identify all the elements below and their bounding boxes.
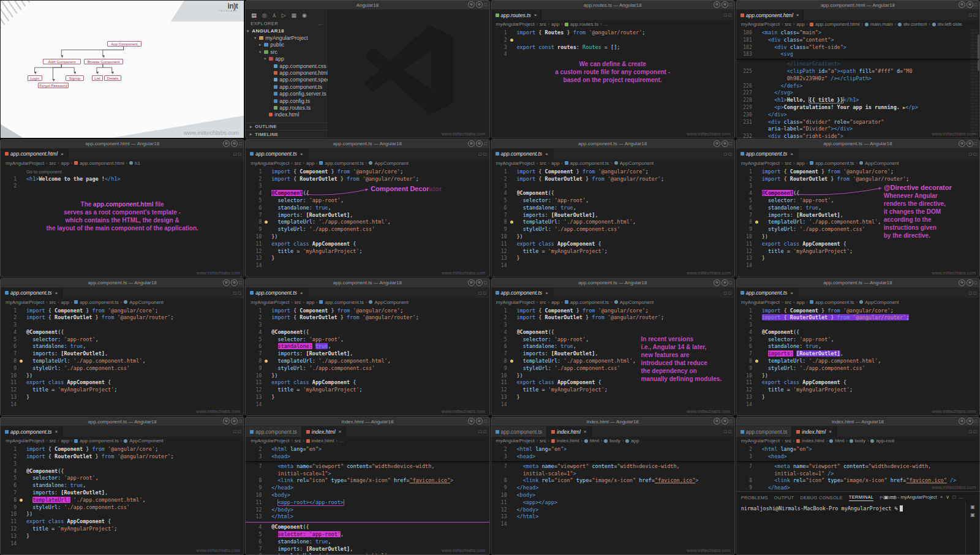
breadcrumb-item[interactable]: src [295,438,301,444]
close-icon[interactable]: × [339,429,342,434]
breadcrumb-item[interactable]: h1 [135,160,140,166]
breadcrumb-item[interactable]: app.component.ts [325,160,364,166]
breadcrumb-item[interactable]: app [796,160,804,166]
breadcrumb-item[interactable]: app [61,438,69,444]
split-editor-icon[interactable]: □ [233,151,236,157]
tree-item[interactable]: index.html [246,111,328,118]
terminal-tab-terminal[interactable]: TERMINAL [849,494,873,501]
tree-root[interactable]: ▾ANGULAR18 [246,28,328,34]
breadcrumb-item[interactable]: src [295,160,301,166]
split-editor-icon[interactable]: □ [728,151,731,157]
breadcrumb-item[interactable]: myAngularProject [496,21,535,27]
breadcrumb-item[interactable]: myAngularProject [6,300,44,305]
code-editor[interactable]: 2<html lang="en">3 <head>7 <meta name="v… [736,445,979,491]
tab-app-component-ts[interactable]: app.component.ts× [246,149,307,159]
code-editor[interactable]: 1import { Component } from '@angular/cor… [491,167,734,277]
split-editor-icon[interactable]: □ [238,290,241,296]
run-debug-icon[interactable]: ▷ [282,12,286,18]
breadcrumb-item[interactable]: src [785,160,791,166]
section-timeline[interactable]: ▸TIMELINE [246,130,328,138]
close-icon[interactable]: × [300,290,303,296]
split-editor-icon[interactable]: □ [478,151,481,157]
split-editor-icon[interactable]: □ [973,151,976,157]
split-editor-icon[interactable]: □ [728,429,731,434]
breadcrumb-item[interactable]: app.component.ts [815,300,854,305]
breadcrumb-item[interactable]: myAngularProject [496,300,535,305]
terminal-tab-debug-console[interactable]: DEBUG CONSOLE [800,495,842,501]
breadcrumb-item[interactable]: body [609,438,620,444]
close-icon[interactable]: × [790,151,793,157]
split-editor-icon[interactable]: □ [969,12,972,18]
breadcrumb-item[interactable]: AppComponent [865,300,899,305]
tab-index-html[interactable]: index.html× [302,426,346,437]
breadcrumb-item[interactable]: app.component.ts [80,300,119,305]
tab-index-html[interactable]: index.html× [792,426,836,437]
split-editor-icon[interactable]: □ [238,151,241,157]
close-icon[interactable]: × [545,151,548,157]
tree-item[interactable]: app.component.spec.ts [246,77,328,83]
split-editor-icon[interactable]: □ [973,12,976,18]
split-editor-icon[interactable]: □ [478,429,481,434]
breadcrumb-item[interactable]: myAngularProject [741,21,780,27]
file-tree[interactable]: ▾ANGULAR18▾myAngularProject▸public▾src▾a… [246,28,328,123]
breadcrumb-item[interactable]: myAngularProject [496,160,535,166]
breadcrumb-item[interactable]: app [796,300,804,305]
terminal-session-label[interactable]: ▣ zsh - myAngularProject [884,494,937,500]
code-editor[interactable]: 1import { Component } from '@angular/cor… [736,167,979,277]
breadcrumb-item[interactable]: src [49,160,56,166]
split-editor-icon[interactable]: □ [483,429,486,434]
source-control-icon[interactable]: Y [273,12,276,18]
breadcrumb-item[interactable]: app [306,300,314,305]
code-editor[interactable]: 1import { Component } from '@angular/cor… [246,167,489,277]
tree-item[interactable]: app.config.ts [246,97,328,104]
tree-item[interactable]: ▾myAngularProject [246,34,328,41]
search-icon[interactable]: ◎ [262,12,267,18]
breadcrumb-item[interactable]: src [540,300,546,305]
breadcrumb-item[interactable]: src [49,438,56,444]
breadcrumb-item[interactable]: main.main [870,21,893,27]
tab-app-component-ts[interactable]: app.component.ts× [491,149,553,159]
split-editor-icon[interactable]: □ [724,429,727,434]
split-editor-icon[interactable]: □ [969,290,972,296]
tab-app-component-ts[interactable]: app.component.ts× [246,288,307,298]
breadcrumb-item[interactable]: app [306,160,314,166]
breadcrumb-item[interactable]: myAngularProject [6,438,44,444]
terminal-output[interactable]: nirmaljoshi@Nirmals-MacBook-Pro myAngula… [736,502,979,515]
breadcrumb-item[interactable]: app [551,300,559,305]
breadcrumb-item[interactable]: div.left-side [938,21,962,27]
breadcrumb-item[interactable]: app [551,160,559,166]
mic-icon[interactable]: ◉ [302,12,307,18]
split-editor-icon[interactable]: □ [233,290,236,296]
breadcrumb-item[interactable]: html [590,438,599,444]
breadcrumb-item[interactable]: app.component.html [815,21,860,27]
breadcrumb-item[interactable]: src [295,300,301,305]
breadcrumb-item[interactable]: myAngularProject [741,438,780,444]
breadcrumb-item[interactable]: app.component.ts [325,300,364,305]
close-icon[interactable]: × [829,429,832,434]
tab-app-component-ts[interactable]: app.component.ts× [736,288,798,298]
code-editor[interactable]: 1import { Component } from '@angular/cor… [491,306,734,416]
breadcrumb-item[interactable]: app-root [876,438,894,444]
tree-item[interactable]: ▾src [246,48,328,55]
breadcrumb-item[interactable]: myAngularProject [251,300,289,305]
breadcrumb-item[interactable]: myAngularProject [741,160,780,166]
split-editor-icon[interactable]: □ [478,290,481,296]
code-editor[interactable]: 1import { Routes } from '@angular/router… [491,28,734,138]
breadcrumb-item[interactable]: app [551,21,559,27]
files-icon[interactable]: ▤ [251,12,257,18]
split-editor-icon[interactable]: □ [483,151,486,157]
terminal-icon[interactable]: ▣ [970,504,975,510]
breadcrumb-item[interactable]: index.html [802,438,824,444]
dropdown-icon[interactable]: ∨ [946,494,949,500]
tab-app-component-ts[interactable]: app.component.ts [736,426,793,437]
tab-app-component-html[interactable]: app.component.html× [736,10,804,20]
breadcrumb-item[interactable]: app [796,21,804,27]
more-actions-icon[interactable]: … [318,21,323,26]
tree-item[interactable]: app.routes.ts [246,104,328,111]
breadcrumb-item[interactable]: myAngularProject [741,300,780,305]
close-icon[interactable]: × [61,151,64,157]
breadcrumb-item[interactable]: app.component.ts [80,438,119,444]
breadcrumb-item[interactable]: AppComponent [374,300,409,305]
breadcrumb-item[interactable]: myAngularProject [251,160,289,166]
close-icon[interactable]: × [796,12,799,18]
